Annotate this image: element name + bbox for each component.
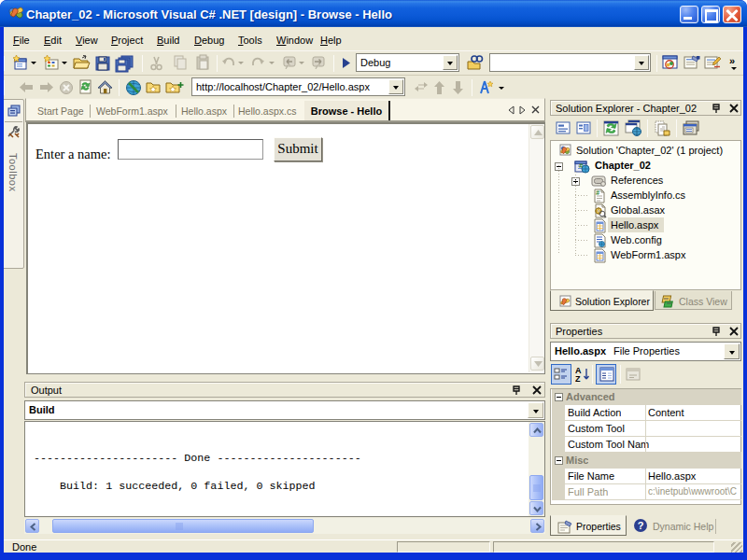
svg-text:#: #	[579, 161, 584, 170]
svg-text:Z: Z	[575, 374, 581, 383]
